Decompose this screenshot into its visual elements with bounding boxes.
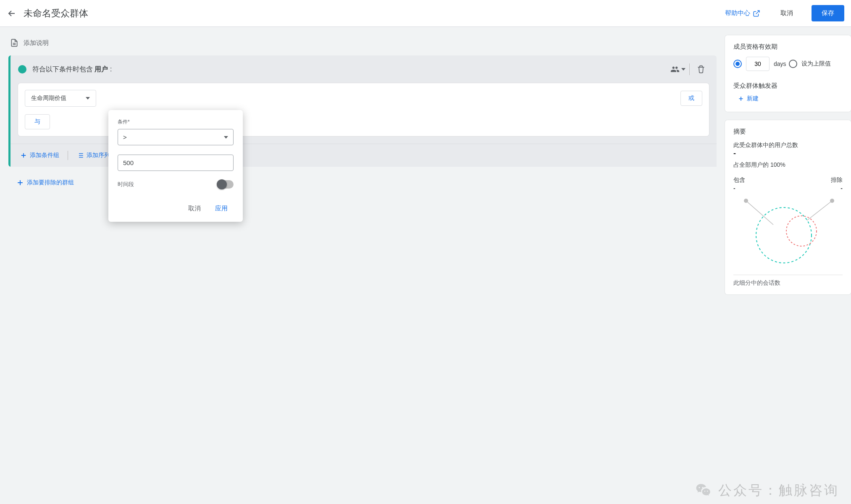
dimension-label: 生命周期价值 <box>31 94 66 102</box>
days-radio[interactable] <box>733 60 742 68</box>
period-toggle[interactable] <box>217 180 234 189</box>
venn-diagram <box>733 193 843 269</box>
include-dot-icon <box>18 65 26 74</box>
description-icon <box>10 39 18 47</box>
value-input[interactable] <box>118 155 234 171</box>
sequence-icon <box>76 152 84 159</box>
plus-icon <box>20 152 27 159</box>
main-area: 添加说明 符合以下条件时包含 用户 : <box>0 27 725 504</box>
and-button[interactable]: 与 <box>25 114 50 129</box>
exclude-label: 排除 <box>831 176 843 184</box>
include-label: 包含 <box>733 176 745 184</box>
users-label: 此受众群体中的用户总数 <box>733 142 843 149</box>
new-trigger-button[interactable]: 新建 <box>733 93 843 104</box>
summary-panel: 摘要 此受众群体中的用户总数 - 占全部用户的 100% 包含 排除 - - <box>725 120 851 294</box>
popover-apply-button[interactable]: 应用 <box>209 201 234 216</box>
set-max-label: 设为上限值 <box>801 60 831 68</box>
add-condition-group-button[interactable]: 添加条件组 <box>17 150 62 161</box>
plus-icon <box>738 95 744 102</box>
help-label: 帮助中心 <box>725 9 750 17</box>
svg-point-5 <box>786 216 817 246</box>
summary-title: 摘要 <box>733 128 843 136</box>
of-all-users: 占全部用户的 100% <box>733 161 843 169</box>
cancel-button[interactable]: 取消 <box>772 6 801 21</box>
or-button[interactable]: 或 <box>680 91 702 106</box>
condition-header: 符合以下条件时包含 用户 : <box>11 55 717 83</box>
max-radio[interactable] <box>789 60 797 68</box>
condition-field-label: 条件* <box>118 118 234 126</box>
page-title[interactable]: 未命名受众群体 <box>24 7 88 20</box>
days-input[interactable] <box>746 57 770 71</box>
add-description-label: 添加说明 <box>24 39 49 47</box>
condition-popover: 条件* > 时间段 取消 应用 <box>108 110 243 222</box>
operator-select[interactable]: > <box>118 129 234 145</box>
open-in-new-icon <box>753 10 760 17</box>
membership-panel: 成员资格有效期 days 设为上限值 受众群体触发器 新建 <box>725 35 851 112</box>
membership-title: 成员资格有效期 <box>733 43 843 51</box>
trash-icon <box>697 65 705 74</box>
dimension-select[interactable]: 生命周期价值 <box>25 90 96 107</box>
svg-line-3 <box>807 201 832 220</box>
help-center-link[interactable]: 帮助中心 <box>720 6 765 21</box>
right-sidebar: 成员资格有效期 days 设为上限值 受众群体触发器 新建 摘要 此受众群体中的… <box>725 27 851 504</box>
svg-point-4 <box>756 207 812 263</box>
users-value: - <box>733 149 843 158</box>
app-header: 未命名受众群体 帮助中心 取消 保存 <box>0 0 851 27</box>
trigger-title: 受众群体触发器 <box>733 82 843 90</box>
delete-condition-button[interactable] <box>693 61 709 77</box>
condition-title: 符合以下条件时包含 用户 : <box>32 65 664 74</box>
plus-icon <box>16 178 24 187</box>
operator-value: > <box>123 134 127 141</box>
popover-cancel-button[interactable]: 取消 <box>182 201 207 216</box>
save-button[interactable]: 保存 <box>812 5 844 21</box>
chevron-down-icon <box>86 97 90 100</box>
days-unit: days <box>774 60 786 67</box>
add-description-row[interactable]: 添加说明 <box>8 35 717 55</box>
scope-selector-button[interactable] <box>670 61 686 77</box>
period-label: 时间段 <box>118 181 134 188</box>
include-value: - <box>733 185 735 192</box>
sessions-label: 此细分中的会话数 <box>733 275 843 287</box>
toggle-knob-icon <box>217 179 227 189</box>
exclude-value: - <box>840 185 843 192</box>
chevron-down-icon <box>681 68 686 71</box>
arrow-left-icon <box>7 8 17 18</box>
chevron-down-icon <box>224 136 228 139</box>
back-button[interactable] <box>7 8 17 18</box>
people-icon <box>670 65 680 74</box>
add-sequence-button[interactable]: 添加序列 <box>74 150 113 161</box>
